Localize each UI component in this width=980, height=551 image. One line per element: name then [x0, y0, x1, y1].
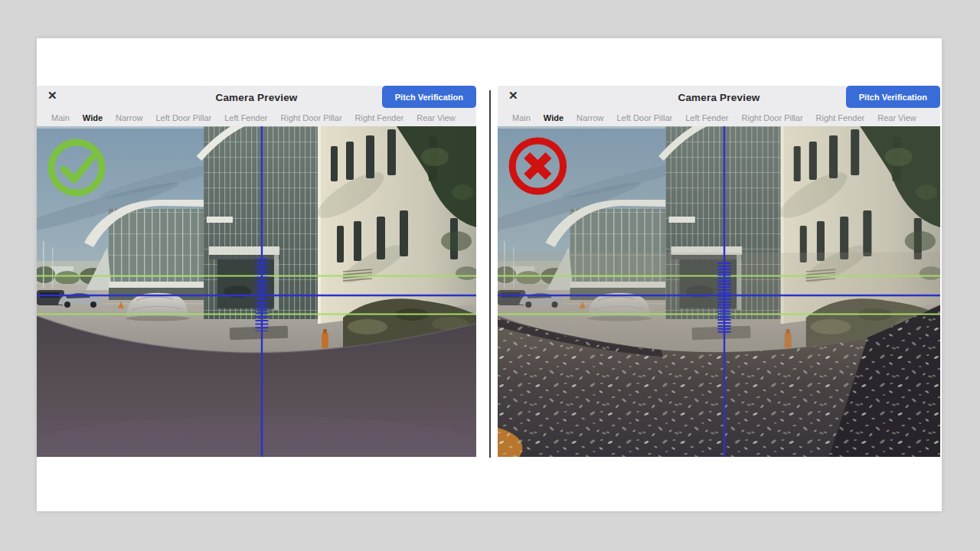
tab-left-door-pillar[interactable]: Left Door Pillar [616, 113, 672, 122]
tab-left-fender[interactable]: Left Fender [224, 113, 267, 122]
close-icon[interactable]: ✕ [47, 90, 57, 101]
desktop-background: ✕ Camera Preview Pitch Verification Main… [0, 0, 980, 551]
tab-main[interactable]: Main [51, 113, 70, 122]
camera-frame-correct [37, 126, 476, 457]
camera-frame-incorrect [498, 126, 940, 457]
panel-header: ✕ Camera Preview Pitch Verification [37, 86, 476, 109]
tab-wide[interactable]: Wide [83, 113, 103, 122]
tab-right-door-pillar[interactable]: Right Door Pillar [742, 113, 803, 122]
tab-rear-view[interactable]: Rear View [416, 113, 456, 122]
tab-left-fender[interactable]: Left Fender [685, 113, 728, 122]
tab-left-door-pillar[interactable]: Left Door Pillar [155, 113, 211, 122]
close-icon[interactable]: ✕ [508, 90, 518, 101]
tab-narrow[interactable]: Narrow [577, 113, 603, 122]
tab-right-fender[interactable]: Right Fender [355, 113, 404, 122]
tab-narrow[interactable]: Narrow [116, 113, 142, 122]
camera-tab-bar: Main Wide Narrow Left Door Pillar Left F… [37, 109, 476, 126]
pitch-verification-button[interactable]: Pitch Verification [382, 86, 476, 108]
pitch-verification-button[interactable]: Pitch Verification [846, 86, 940, 108]
panel-correct-example: ✕ Camera Preview Pitch Verification Main… [37, 86, 476, 457]
tab-wide[interactable]: Wide [544, 113, 564, 122]
tab-rear-view[interactable]: Rear View [877, 113, 916, 122]
camera-tab-bar: Main Wide Narrow Left Door Pillar Left F… [498, 109, 940, 126]
tab-right-fender[interactable]: Right Fender [816, 113, 865, 122]
panel-header: ✕ Camera Preview Pitch Verification [498, 86, 940, 109]
panel-incorrect-example: ✕ Camera Preview Pitch Verification Main… [498, 86, 940, 457]
tab-main[interactable]: Main [512, 113, 531, 122]
panel-divider [489, 90, 491, 458]
tab-right-door-pillar[interactable]: Right Door Pillar [281, 113, 342, 122]
